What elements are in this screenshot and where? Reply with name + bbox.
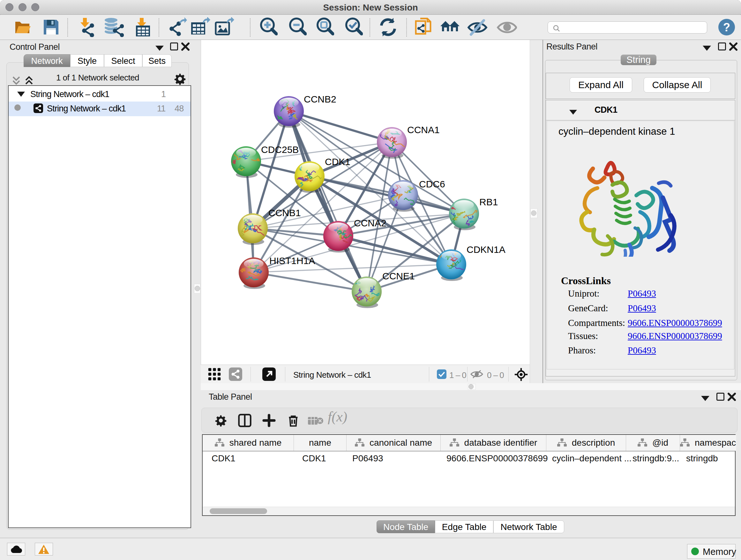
- svg-text:CCNB2: CCNB2: [304, 94, 336, 105]
- svg-text:CDK1: CDK1: [325, 157, 350, 167]
- svg-text:CCNB1: CCNB1: [268, 207, 301, 218]
- svg-text:CCNA2: CCNA2: [354, 218, 387, 228]
- svg-text:CDC6: CDC6: [419, 179, 445, 189]
- svg-text:CCNE1: CCNE1: [382, 271, 415, 281]
- svg-text:?: ?: [723, 21, 730, 34]
- svg-text:RB1: RB1: [479, 197, 498, 207]
- svg-text:CDKN1A: CDKN1A: [467, 244, 506, 255]
- svg-text:HIST1H1A: HIST1H1A: [269, 255, 315, 266]
- svg-text:CCNA1: CCNA1: [407, 125, 440, 135]
- svg-text:CDC25B: CDC25B: [261, 144, 299, 155]
